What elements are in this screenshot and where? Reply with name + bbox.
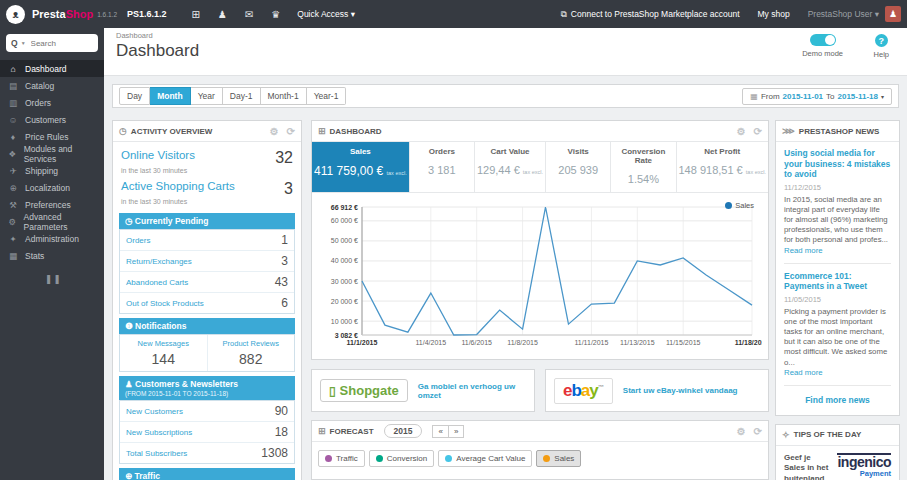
range-day-button[interactable]: Day bbox=[119, 87, 150, 105]
customers-newsletters-header: ♟ Customers & Newsletters(FROM 2015-11-0… bbox=[119, 376, 295, 400]
traffic-dot bbox=[325, 455, 332, 462]
forecast-panel: ⊞ FORECAST 2015 « » ⚙ ⟳ Traffic Conversi… bbox=[311, 420, 769, 480]
gear-icon[interactable]: ⚙ bbox=[737, 126, 746, 137]
read-more-link[interactable]: Read more bbox=[784, 368, 823, 377]
active-carts-value: 3 bbox=[284, 180, 293, 198]
ebay-banner[interactable]: ebay™ Start uw eBay-winkel vandaag bbox=[545, 369, 769, 412]
gear-icon[interactable]: ⚙ bbox=[737, 426, 746, 437]
legend-sales-button[interactable]: Sales bbox=[536, 450, 581, 467]
prestashop-logo[interactable]: ᴥ bbox=[6, 5, 25, 24]
news-article-title[interactable]: Ecommerce 101: Payments in a Tweet bbox=[784, 271, 891, 292]
range-month-1-button[interactable]: Month-1 bbox=[261, 87, 307, 105]
mail-icon[interactable]: ✉ bbox=[245, 9, 253, 20]
sidebar-search[interactable]: Q ▼ bbox=[6, 34, 98, 52]
pending-row-abandoned-carts: Abandoned Carts43 bbox=[120, 271, 294, 292]
average-cart-value-dot bbox=[445, 455, 452, 462]
kpi-cart-value[interactable]: Cart Value129,44 € tax excl. bbox=[475, 142, 546, 192]
brand-name: PrestaShop bbox=[32, 8, 93, 20]
svg-text:60 000 €: 60 000 € bbox=[331, 217, 358, 224]
sidebar-item-preferences[interactable]: ⚒Preferences bbox=[0, 196, 104, 213]
shopgate-link[interactable]: Ga mobiel en verhoog uw omzet bbox=[418, 382, 526, 400]
pending-row-returns: Return/Exchanges3 bbox=[120, 250, 294, 271]
refresh-icon[interactable]: ⟳ bbox=[754, 126, 762, 137]
svg-text:50 000 €: 50 000 € bbox=[331, 237, 358, 244]
news-article-title[interactable]: Using social media for your business: 4 … bbox=[784, 148, 891, 180]
customers-row-new-subscriptions: New Subscriptions18 bbox=[120, 421, 294, 442]
range-year-button[interactable]: Year bbox=[191, 87, 223, 105]
gear-icon[interactable]: ⚙ bbox=[270, 126, 279, 137]
read-more-link[interactable]: Read more bbox=[784, 246, 823, 255]
sidebar-collapse-button[interactable]: ❚❚ bbox=[45, 274, 59, 284]
pending-row-out-of-stock: Out of Stock Products6 bbox=[120, 292, 294, 313]
active-carts-link[interactable]: Active Shopping Carts bbox=[121, 180, 284, 192]
kpi-conversion-rate[interactable]: Conversion Rate1.54% bbox=[611, 142, 676, 192]
advanced-parameters-icon: ⚙ bbox=[8, 217, 17, 227]
cart-icon[interactable]: ⊞ bbox=[192, 9, 200, 20]
my-shop-link[interactable]: My shop bbox=[758, 9, 790, 19]
help-icon[interactable]: ? bbox=[875, 34, 888, 47]
kpi-net-profit[interactable]: Net Profit148 918,51 € tax excl. bbox=[677, 142, 768, 192]
demo-mode-toggle[interactable] bbox=[810, 34, 836, 46]
find-more-news-link[interactable]: Find more news bbox=[784, 393, 891, 409]
dashboard-panel-title: DASHBOARD bbox=[330, 127, 382, 136]
customers-icon: ☺ bbox=[8, 115, 18, 125]
tips-of-the-day-panel: ✧ TIPS OF THE DAY Geef je Sales in het b… bbox=[775, 424, 900, 480]
svg-text:40 000 €: 40 000 € bbox=[331, 257, 358, 264]
trophy-icon[interactable]: ♛ bbox=[271, 9, 280, 20]
user-avatar[interactable]: ♟ bbox=[885, 6, 901, 22]
date-range-picker[interactable]: ▦ From2015-11-01 To2015-11-18 ▾ bbox=[742, 88, 892, 105]
sidebar-item-advanced-parameters[interactable]: ⚙Advanced Parameters bbox=[0, 213, 104, 230]
kpi-visits[interactable]: Visits205 939 bbox=[546, 142, 611, 192]
globe-icon: ⊕ bbox=[125, 471, 132, 480]
sidebar-item-modules[interactable]: ❖Modules and Services bbox=[0, 145, 104, 162]
sidebar-item-price-rules[interactable]: ♦Price Rules bbox=[0, 128, 104, 145]
range-year-1-button[interactable]: Year-1 bbox=[307, 87, 347, 105]
modules-icon: ❖ bbox=[8, 149, 17, 159]
kpi-sales[interactable]: Sales411 759,00 € tax excl. bbox=[312, 142, 410, 192]
sidebar-item-administration[interactable]: ✦Administration bbox=[0, 230, 104, 247]
legend-average-cart-value-button[interactable]: Average Cart Value bbox=[438, 450, 532, 467]
product-reviews-cell[interactable]: Product Reviews882 bbox=[207, 335, 295, 371]
phone-icon: ▯ bbox=[329, 384, 336, 398]
shopgate-banner[interactable]: ▯Shopgate Ga mobiel en verhoog uw omzet bbox=[311, 369, 535, 412]
sales-chart: Sales 66 912 €60 000 €50 000 €40 000 €30… bbox=[312, 193, 768, 359]
dashboard-icon: ⌂ bbox=[8, 64, 18, 74]
sidebar-item-localization[interactable]: ⊕Localization bbox=[0, 179, 104, 196]
legend-conversion-button[interactable]: Conversion bbox=[369, 450, 434, 467]
news-article-date: 11/12/2015 bbox=[784, 183, 891, 192]
new-messages-cell[interactable]: New Messages144 bbox=[120, 335, 207, 371]
shop-version: PS1.6.1.2 bbox=[127, 9, 167, 19]
refresh-icon[interactable]: ⟳ bbox=[287, 126, 295, 137]
range-day-1-button[interactable]: Day-1 bbox=[223, 87, 261, 105]
ebay-link[interactable]: Start uw eBay-winkel vandaag bbox=[623, 386, 738, 395]
kpi-row: Sales411 759,00 € tax excl. Orders3 181 … bbox=[312, 142, 768, 193]
quick-access-menu[interactable]: Quick Access ▾ bbox=[297, 9, 355, 19]
legend-traffic-button[interactable]: Traffic bbox=[318, 450, 365, 467]
forecast-next-button[interactable]: » bbox=[449, 425, 464, 438]
kpi-orders[interactable]: Orders3 181 bbox=[410, 142, 475, 192]
customers-row-total-subscribers: Total Subscribers1308 bbox=[120, 442, 294, 463]
cart-icon: ⊞ bbox=[318, 126, 326, 136]
sidebar-item-catalog[interactable]: ▤Catalog bbox=[0, 77, 104, 94]
tips-panel-title: TIPS OF THE DAY bbox=[794, 430, 862, 439]
conversion-dot bbox=[376, 455, 383, 462]
user-menu[interactable]: PrestaShop User ▾ bbox=[808, 9, 879, 19]
sidebar-item-dashboard[interactable]: ⌂Dashboard bbox=[0, 60, 104, 77]
date-from: 2015-11-01 bbox=[783, 92, 823, 101]
refresh-icon[interactable]: ⟳ bbox=[754, 426, 762, 437]
range-month-button[interactable]: Month bbox=[150, 87, 191, 105]
link-icon: ⧉ bbox=[561, 9, 567, 20]
sidebar-item-stats[interactable]: ▦Stats bbox=[0, 247, 104, 264]
news-article-excerpt: In 2015, social media are an integral pa… bbox=[784, 195, 891, 256]
page-header: Dashboard Dashboard Demo mode ? Help bbox=[104, 28, 907, 76]
help-label: Help bbox=[874, 50, 889, 59]
svg-text:11/18/2015: 11/18/2015 bbox=[735, 339, 762, 346]
employee-icon[interactable]: ♟ bbox=[218, 9, 227, 20]
sidebar-item-shipping[interactable]: ✈Shipping bbox=[0, 162, 104, 179]
online-visitors-link[interactable]: Online Visitors bbox=[121, 149, 275, 161]
search-input[interactable] bbox=[29, 38, 91, 49]
sidebar-item-orders[interactable]: ▥Orders bbox=[0, 94, 104, 111]
sidebar-item-customers[interactable]: ☺Customers bbox=[0, 111, 104, 128]
marketplace-link[interactable]: ⧉Connect to PrestaShop Marketplace accou… bbox=[561, 9, 740, 20]
forecast-prev-button[interactable]: « bbox=[432, 425, 448, 438]
